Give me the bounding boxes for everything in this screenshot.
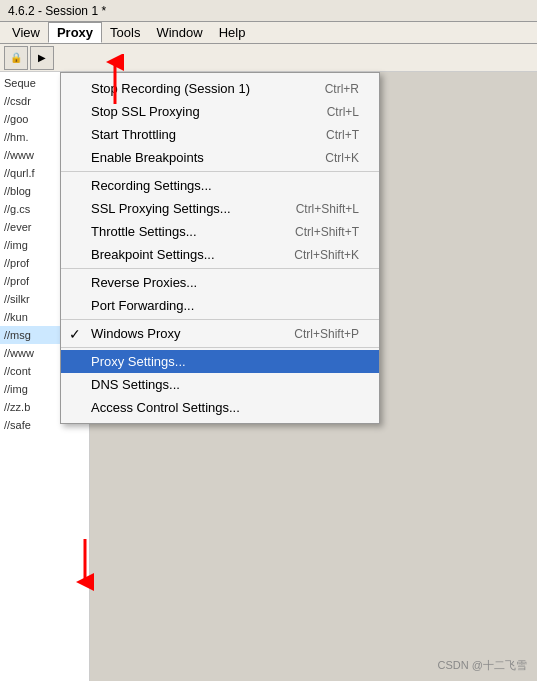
title-bar: 4.6.2 - Session 1 * [0, 0, 537, 22]
menu-group-1: Stop Recording (Session 1) Ctrl+R Stop S… [61, 75, 379, 172]
menu-breakpoint-settings[interactable]: Breakpoint Settings... Ctrl+Shift+K [61, 243, 379, 266]
menu-view[interactable]: View [4, 22, 48, 43]
checkmark-icon: ✓ [69, 326, 81, 342]
menu-windows-proxy[interactable]: ✓ Windows Proxy Ctrl+Shift+P [61, 322, 379, 345]
menu-proxy-settings[interactable]: Proxy Settings... [61, 350, 379, 373]
menu-dns-settings[interactable]: DNS Settings... [61, 373, 379, 396]
menu-start-throttling[interactable]: Start Throttling Ctrl+T [61, 123, 379, 146]
menu-recording-settings[interactable]: Recording Settings... [61, 174, 379, 197]
menu-access-control-settings[interactable]: Access Control Settings... [61, 396, 379, 419]
app-body: 🔒 ▶ Seque //csdr //goo //hm. //www //qur… [0, 44, 537, 681]
menu-stop-ssl[interactable]: Stop SSL Proxying Ctrl+L [61, 100, 379, 123]
menu-reverse-proxies[interactable]: Reverse Proxies... [61, 271, 379, 294]
menu-help[interactable]: Help [211, 22, 254, 43]
menu-stop-recording[interactable]: Stop Recording (Session 1) Ctrl+R [61, 77, 379, 100]
menu-window[interactable]: Window [148, 22, 210, 43]
toolbar-btn-2[interactable]: ▶ [30, 46, 54, 70]
dropdown-menu: Stop Recording (Session 1) Ctrl+R Stop S… [60, 72, 380, 424]
menu-throttle-settings[interactable]: Throttle Settings... Ctrl+Shift+T [61, 220, 379, 243]
menu-port-forwarding[interactable]: Port Forwarding... [61, 294, 379, 317]
menu-group-3: Reverse Proxies... Port Forwarding... [61, 269, 379, 320]
menu-group-5: Proxy Settings... DNS Settings... Access… [61, 348, 379, 421]
dropdown-overlay: Stop Recording (Session 1) Ctrl+R Stop S… [60, 72, 380, 424]
title-text: 4.6.2 - Session 1 * [8, 4, 106, 18]
menu-tools[interactable]: Tools [102, 22, 148, 43]
menu-group-2: Recording Settings... SSL Proxying Setti… [61, 172, 379, 269]
menu-enable-breakpoints[interactable]: Enable Breakpoints Ctrl+K [61, 146, 379, 169]
menu-bar: View Proxy Tools Window Help [0, 22, 537, 44]
toolbar-btn-1[interactable]: 🔒 [4, 46, 28, 70]
menu-ssl-proxying-settings[interactable]: SSL Proxying Settings... Ctrl+Shift+L [61, 197, 379, 220]
toolbar: 🔒 ▶ [0, 44, 537, 72]
watermark: CSDN @十二飞雪 [438, 658, 527, 673]
menu-proxy[interactable]: Proxy [48, 22, 102, 43]
menu-group-4: ✓ Windows Proxy Ctrl+Shift+P [61, 320, 379, 348]
